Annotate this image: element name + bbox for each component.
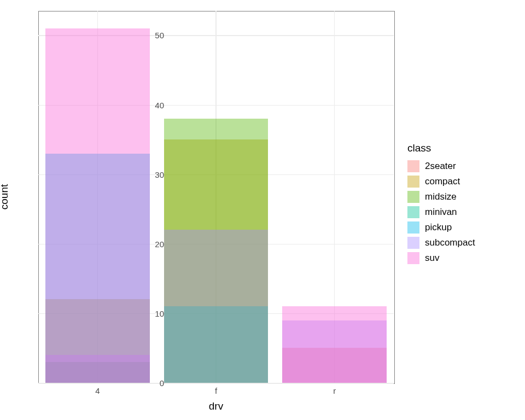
legend-label: 2seater — [425, 161, 456, 172]
x-tick-label: r — [333, 386, 336, 395]
legend-swatch — [407, 237, 419, 249]
legend-swatch — [407, 160, 419, 172]
legend-item: midsize — [407, 189, 475, 205]
bar-suv — [282, 306, 387, 383]
legend-label: compact — [425, 176, 460, 187]
bar-subcompact — [164, 230, 269, 383]
y-tick-label: 10 — [142, 308, 164, 318]
y-tick-label: 0 — [142, 378, 164, 388]
plot-panel — [38, 11, 394, 383]
legend-swatch — [407, 221, 419, 234]
legend-swatch — [407, 252, 419, 264]
x-tick-label: f — [215, 386, 217, 395]
bar-suv — [45, 28, 150, 383]
legend-label: midsize — [425, 191, 457, 202]
legend-label: pickup — [425, 222, 452, 233]
y-axis-title: count — [0, 184, 10, 209]
y-tick-label: 20 — [142, 239, 164, 248]
legend-label: minivan — [425, 207, 457, 218]
legend-swatch — [407, 191, 419, 203]
legend-item: compact — [407, 174, 475, 189]
figure: 0 10 20 30 40 50 4 f r count drv class 2… — [0, 0, 525, 420]
legend-item: pickup — [407, 220, 475, 235]
legend-item: minivan — [407, 205, 475, 220]
x-axis-title: drv — [209, 400, 223, 412]
legend-item: subcompact — [407, 235, 475, 250]
y-tick-label: 50 — [142, 31, 164, 40]
legend-item: 2seater — [407, 159, 475, 174]
y-tick-label: 30 — [142, 170, 164, 179]
legend-label: suv — [425, 253, 439, 264]
x-tick-label: 4 — [95, 386, 100, 395]
legend-label: subcompact — [425, 237, 475, 248]
legend-item: suv — [407, 250, 475, 266]
legend-swatch — [407, 206, 419, 218]
y-tick-label: 40 — [142, 100, 164, 109]
legend-swatch — [407, 176, 419, 188]
legend-title: class — [407, 142, 475, 154]
legend: class 2seatercompactmidsizeminivanpickup… — [407, 142, 475, 266]
gridline-h — [38, 383, 394, 384]
